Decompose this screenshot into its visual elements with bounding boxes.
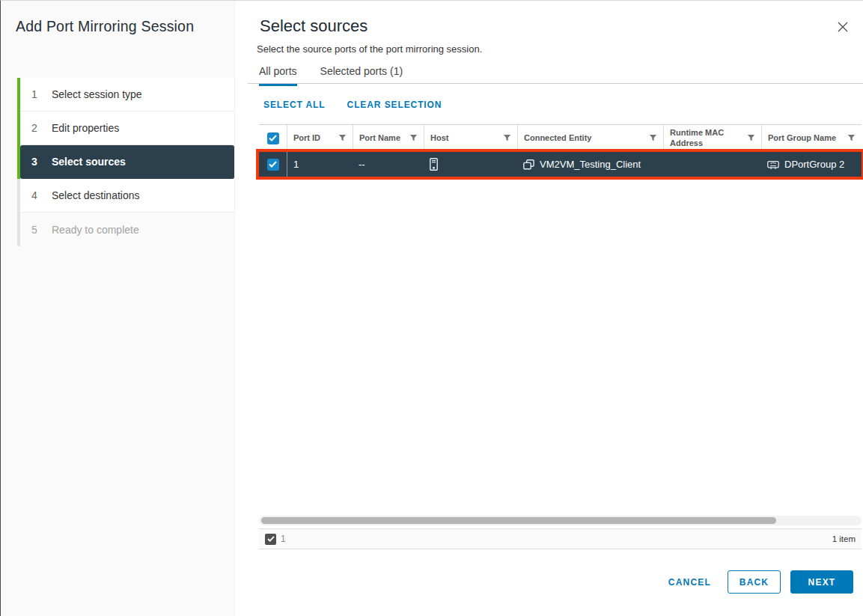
footer-selected-checkbox[interactable]	[265, 534, 276, 545]
filter-icon[interactable]	[409, 134, 418, 142]
cell-connected-entity: VM2VM_Testing_Client	[517, 152, 663, 177]
step-select-session-type[interactable]: 1 Select session type	[20, 78, 234, 112]
cell-port-id: 1	[287, 152, 353, 177]
tabs-divider	[248, 83, 863, 84]
selection-toolbar: SELECT ALL CLEAR SELECTION	[263, 100, 442, 110]
step-progress-bar	[17, 78, 20, 179]
horizontal-scrollbar[interactable]	[259, 516, 862, 525]
filter-icon[interactable]	[747, 134, 755, 142]
filter-icon[interactable]	[649, 134, 657, 142]
column-header-host: Host	[424, 125, 517, 151]
clear-selection-button[interactable]: CLEAR SELECTION	[347, 100, 442, 110]
step-select-sources[interactable]: 3 Select sources	[20, 145, 234, 179]
close-icon[interactable]	[836, 20, 850, 34]
vm-icon	[523, 159, 534, 170]
port-group-icon	[767, 159, 779, 170]
wizard-content-panel: Select sources Select the source ports o…	[235, 1, 863, 616]
grid-header-row: Port ID Port Name Host Connected Entity	[259, 124, 862, 152]
row-checkbox-cell	[259, 152, 287, 177]
cancel-button[interactable]: CANCEL	[668, 570, 711, 594]
column-header-runtime-mac: Runtime MAC Address	[663, 125, 761, 151]
scrollbar-thumb[interactable]	[261, 517, 776, 524]
filter-icon[interactable]	[503, 134, 511, 142]
select-all-button[interactable]: SELECT ALL	[263, 100, 326, 110]
step-label: Select session type	[52, 88, 142, 100]
page-title: Select sources	[260, 16, 368, 36]
ports-grid: Port ID Port Name Host Connected Entity	[259, 124, 862, 549]
column-header-port-name: Port Name	[353, 125, 424, 151]
step-label: Edit properties	[52, 122, 119, 134]
row-checkbox[interactable]	[267, 159, 279, 171]
step-select-destinations[interactable]: 4 Select destinations	[20, 179, 234, 213]
add-port-mirroring-dialog: { "colors": { "accent_blue": "#0079b8", …	[0, 0, 863, 616]
item-count: 1 item	[832, 534, 856, 543]
step-label: Select sources	[52, 156, 126, 168]
page-subtitle: Select the source ports of the port mirr…	[257, 43, 482, 55]
step-number: 2	[31, 122, 39, 134]
step-number: 3	[31, 156, 39, 168]
cell-runtime-mac	[663, 152, 761, 177]
back-button[interactable]: BACK	[728, 570, 781, 594]
table-row-port-1[interactable]: 1 -- VM	[259, 152, 862, 177]
step-number: 1	[31, 88, 39, 100]
filter-icon[interactable]	[338, 134, 347, 142]
step-number: 4	[31, 189, 39, 201]
host-icon	[430, 158, 438, 171]
step-label: Select destinations	[52, 189, 140, 201]
wizard-steps: 1 Select session type 2 Edit properties …	[17, 78, 234, 246]
step-label: Ready to complete	[52, 224, 139, 236]
column-header-port-group: Port Group Name	[761, 125, 862, 151]
wizard-sidebar: Add Port Mirroring Session 1 Select sess…	[1, 1, 235, 616]
dialog-actions: CANCEL BACK NEXT	[668, 570, 853, 594]
cell-port-name: --	[353, 152, 424, 177]
column-header-port-id: Port ID	[287, 125, 353, 151]
column-header-connected-entity: Connected Entity	[517, 125, 663, 151]
cell-host	[424, 152, 517, 177]
header-checkbox[interactable]	[267, 132, 279, 144]
select-all-checkbox-cell	[259, 125, 287, 151]
step-ready-to-complete: 5 Ready to complete	[20, 213, 234, 246]
step-number: 5	[31, 224, 39, 236]
step-progress-track	[17, 78, 20, 246]
filter-icon[interactable]	[847, 134, 856, 142]
cell-port-group: DPortGroup 2	[761, 152, 862, 177]
grid-empty-body	[259, 177, 862, 516]
grid-footer: 1 1 item	[259, 528, 862, 549]
next-button[interactable]: NEXT	[790, 570, 853, 594]
step-edit-properties[interactable]: 2 Edit properties	[20, 112, 234, 145]
wizard-title: Add Port Mirroring Session	[16, 17, 222, 35]
selected-count: 1	[281, 534, 286, 544]
